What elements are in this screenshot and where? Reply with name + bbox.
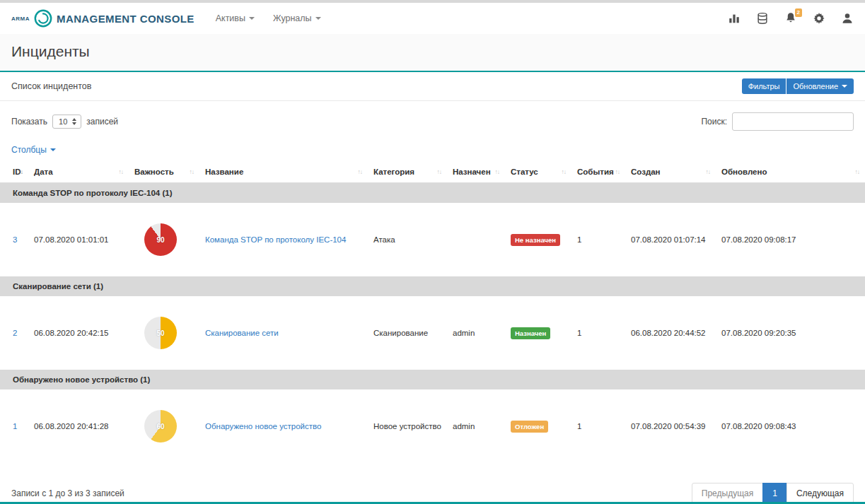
column-header-label: Назначен — [453, 168, 491, 176]
database-icon[interactable] — [756, 12, 769, 25]
table-footer: Записи с 1 до 3 из 3 записей Предыдущая … — [0, 463, 865, 504]
column-header-date[interactable]: Дата↑↓ — [28, 161, 129, 183]
column-header-id[interactable]: ID↑↓ — [0, 161, 28, 183]
chart-icon[interactable] — [728, 12, 741, 25]
cell-status: Не назначен — [505, 203, 571, 276]
sort-icon[interactable]: ↑↓ — [562, 168, 567, 175]
cell-category: Атака — [368, 203, 447, 276]
severity-donut: 50 — [144, 317, 177, 349]
table-row: 1 06.08.2020 20:41:28 60 Обнаружено ново… — [0, 389, 865, 463]
sort-icon[interactable]: ↑↓ — [706, 168, 711, 175]
brand-title: MANAGEMENT CONSOLE — [57, 13, 195, 25]
main-menu: Активы Журналы — [216, 13, 321, 23]
column-header-label: Важность — [134, 168, 174, 176]
pagination-next-button[interactable]: Следующая — [786, 483, 854, 504]
group-label: Сканирование сети (1) — [0, 276, 865, 296]
page-title: Инциденты — [11, 43, 854, 60]
cell-id: 3 — [0, 203, 28, 276]
cell-id: 2 — [0, 296, 28, 370]
nav-menu-assets-label: Активы — [216, 13, 245, 23]
filters-button[interactable]: Фильтры — [742, 78, 786, 94]
sort-icon[interactable]: ↑↓ — [358, 168, 363, 175]
chevron-down-icon — [842, 85, 847, 88]
app-root: ARMA MANAGEMENT CONSOLE Активы Журналы — [0, 0, 865, 504]
incident-name-link[interactable]: Обнаружено новое устройство — [205, 422, 321, 430]
nav-menu-assets[interactable]: Активы — [216, 13, 255, 23]
page-size-select[interactable]: 10 — [52, 115, 81, 129]
cell-assignee — [447, 203, 505, 276]
panel-title: Список инцидентов — [11, 81, 91, 91]
incident-id-link[interactable]: 1 — [13, 422, 17, 430]
column-header-updated[interactable]: Обновлено↑↓ — [716, 161, 865, 183]
sort-icon[interactable]: ↑↓ — [495, 168, 500, 175]
columns-button-label: Столбцы — [11, 145, 47, 155]
cell-name: Обнаружено новое устройство — [199, 389, 368, 463]
incident-name-link[interactable]: Команда STOP по протоколу IEC-104 — [205, 235, 346, 244]
status-badge: Отложен — [511, 421, 548, 433]
table-header-row: ID↑↓ Дата↑↓ Важность↑↓ Название↑↓ Катего… — [0, 161, 865, 183]
brand-link[interactable]: ARMA MANAGEMENT CONSOLE — [11, 8, 195, 28]
cell-date: 06.08.2020 20:41:28 — [28, 389, 129, 463]
incident-id-link[interactable]: 3 — [13, 235, 17, 244]
incidents-table: ID↑↓ Дата↑↓ Важность↑↓ Название↑↓ Катего… — [0, 161, 865, 463]
columns-dropdown-button[interactable]: Столбцы — [11, 145, 56, 155]
cell-events: 1 — [571, 296, 625, 370]
nav-menu-logs-label: Журналы — [273, 13, 312, 23]
cell-events: 1 — [571, 389, 625, 463]
sort-icon[interactable]: ↑↓ — [18, 168, 23, 175]
chevron-down-icon — [50, 148, 56, 151]
cell-name: Сканирование сети — [199, 296, 368, 370]
group-row: Команда STOP по протоколу IEC-104 (1) — [0, 183, 865, 204]
cell-id: 1 — [0, 389, 28, 463]
column-header-label: Название — [205, 168, 243, 176]
column-header-label: Создан — [631, 168, 661, 176]
sort-icon[interactable]: ↑↓ — [437, 168, 442, 175]
pagination-page-1-button[interactable]: 1 — [762, 483, 787, 504]
gear-icon[interactable] — [813, 12, 825, 25]
status-badge: Не назначен — [511, 234, 560, 246]
column-header-category[interactable]: Категория↑↓ — [368, 161, 447, 183]
sort-icon[interactable]: ↑↓ — [119, 168, 124, 175]
refresh-dropdown-button[interactable]: Обновление — [786, 78, 854, 94]
columns-row: Столбцы — [0, 131, 865, 161]
cell-category: Сканирование — [368, 296, 447, 370]
column-header-severity[interactable]: Важность↑↓ — [129, 161, 199, 183]
sort-icon[interactable]: ↑↓ — [615, 168, 620, 175]
notification-count-badge: 2 — [795, 8, 802, 17]
chevron-down-icon — [315, 17, 321, 20]
cell-severity: 60 — [129, 389, 199, 463]
sort-icon[interactable]: ↑↓ — [855, 168, 860, 175]
column-header-label: События — [577, 168, 614, 176]
search-input[interactable] — [732, 112, 854, 131]
incident-name-link[interactable]: Сканирование сети — [205, 329, 279, 337]
cell-status: Отложен — [505, 389, 571, 463]
column-header-events[interactable]: События↑↓ — [571, 161, 625, 183]
cell-created: 07.08.2020 01:07:14 — [625, 203, 716, 276]
column-header-name[interactable]: Название↑↓ — [199, 161, 368, 183]
column-header-assignee[interactable]: Назначен↑↓ — [447, 161, 505, 183]
cell-severity: 90 — [129, 203, 199, 276]
spinner-arrows-icon — [72, 118, 76, 125]
top-navbar: ARMA MANAGEMENT CONSOLE Активы Журналы — [0, 3, 865, 34]
search-label: Поиск: — [701, 117, 727, 127]
bell-icon[interactable]: 2 — [784, 12, 797, 25]
nav-menu-logs[interactable]: Журналы — [273, 13, 321, 23]
panel-actions: Фильтры Обновление — [742, 78, 854, 94]
table-controls: Показать 10 записей Поиск: — [0, 101, 865, 131]
column-header-label: Обновлено — [721, 168, 767, 176]
cell-date: 07.08.2020 01:01:01 — [28, 203, 129, 276]
arma-logo-icon — [33, 8, 53, 28]
pagination-prev-button[interactable]: Предыдущая — [692, 483, 763, 504]
column-header-created[interactable]: Создан↑↓ — [625, 161, 716, 183]
incident-id-link[interactable]: 2 — [13, 329, 17, 337]
cell-events: 1 — [571, 203, 625, 276]
column-header-label: Статус — [511, 168, 538, 176]
user-icon[interactable] — [841, 12, 854, 25]
page-size-value: 10 — [59, 117, 67, 126]
table-row: 2 06.08.2020 20:42:15 50 Сканирование се… — [0, 296, 865, 370]
group-row: Сканирование сети (1) — [0, 276, 865, 296]
sort-icon[interactable]: ↑↓ — [190, 168, 195, 175]
severity-value: 60 — [156, 423, 164, 430]
show-label: Показать — [11, 117, 47, 127]
column-header-status[interactable]: Статус↑↓ — [505, 161, 571, 183]
